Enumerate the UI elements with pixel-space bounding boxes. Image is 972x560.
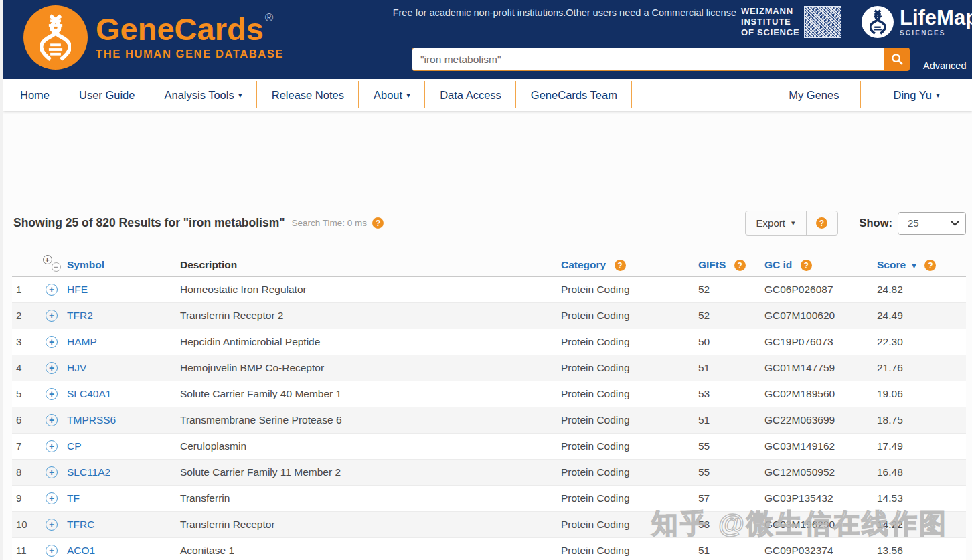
- gene-symbol-link[interactable]: CP: [67, 440, 82, 452]
- show-select-value: 25: [908, 217, 952, 229]
- genecards-logo[interactable]: GeneCards® THE HUMAN GENE DATABASE: [23, 5, 284, 70]
- column-header-symbol[interactable]: Symbol: [67, 259, 104, 270]
- expand-row-plus-icon[interactable]: +: [46, 284, 58, 296]
- row-number: 4: [12, 355, 36, 381]
- gene-gifts: 51: [698, 537, 764, 560]
- row-number: 1: [12, 276, 36, 302]
- gene-description: Transferrin: [180, 485, 561, 511]
- chevron-down-icon: ▾: [791, 219, 795, 227]
- export-button[interactable]: Export ▾: [746, 211, 807, 235]
- column-header-score[interactable]: Score: [877, 259, 906, 270]
- table-row: 7 + CP Ceruloplasmin Protein Coding 55 G…: [12, 433, 966, 459]
- help-icon[interactable]: ?: [372, 217, 384, 229]
- weizmann-logo[interactable]: WEIZMANN INSTITUTE OF SCIENCE: [741, 6, 841, 38]
- lifemap-dna-circle: [862, 6, 894, 38]
- nav-item-analysis-tools[interactable]: Analysis Tools ▾: [149, 79, 256, 111]
- nav-item-genecards-team[interactable]: GeneCards Team: [516, 79, 632, 111]
- gene-score: 17.49: [877, 433, 966, 459]
- gene-description: Transferrin Receptor 2: [180, 302, 561, 329]
- nav-item-home[interactable]: Home: [5, 79, 64, 111]
- gene-symbol-link[interactable]: SLC11A2: [67, 466, 110, 478]
- gene-gcid: GC01M147759: [764, 355, 877, 381]
- site-header: GeneCards® THE HUMAN GENE DATABASE Free …: [3, 0, 972, 79]
- nav-item-about[interactable]: About ▾: [359, 79, 425, 111]
- expand-row-plus-icon[interactable]: +: [46, 492, 58, 504]
- sort-descending-icon[interactable]: ▼: [910, 261, 918, 270]
- help-icon[interactable]: ?: [924, 260, 936, 271]
- table-row: 3 + HAMP Hepcidin Antimicrobial Peptide …: [12, 329, 966, 355]
- gene-gcid: GC02M189560: [764, 381, 877, 407]
- browser-edge-gutter: [0, 0, 3, 560]
- row-number: 9: [12, 485, 36, 511]
- expand-row-plus-icon[interactable]: +: [46, 466, 58, 478]
- export-help-button[interactable]: ?: [807, 211, 837, 235]
- main-navigation: Home User Guide Analysis Tools ▾ Release…: [3, 79, 972, 111]
- gene-symbol-link[interactable]: HAMP: [67, 336, 97, 347]
- show-select[interactable]: 25: [898, 212, 966, 235]
- user-menu[interactable]: Ding Yu ▾: [861, 79, 972, 111]
- gene-symbol-link[interactable]: ACO1: [67, 545, 95, 556]
- gene-symbol-link[interactable]: HFE: [67, 284, 88, 295]
- expand-row-plus-icon[interactable]: +: [46, 545, 58, 557]
- gene-category: Protein Coding: [561, 407, 698, 433]
- gene-description: Solute Carrier Family 11 Member 2: [180, 459, 561, 485]
- help-icon[interactable]: ?: [615, 260, 626, 271]
- advanced-search-link[interactable]: Advanced: [923, 60, 967, 71]
- gene-gifts: 52: [698, 276, 764, 302]
- column-header-gifts[interactable]: GIFtS: [698, 259, 726, 270]
- nav-item-my-genes[interactable]: My Genes: [766, 79, 861, 111]
- expand-collapse-all-button[interactable]: + −: [43, 255, 61, 272]
- gene-symbol-link[interactable]: SLC40A1: [67, 388, 111, 399]
- search-time: Search Time: 0 ms: [292, 218, 368, 228]
- gene-score: 18.75: [877, 407, 966, 433]
- gene-symbol-link[interactable]: TF: [67, 492, 80, 504]
- gene-description: Aconitase 1: [180, 537, 561, 560]
- nav-item-release-notes[interactable]: Release Notes: [257, 79, 359, 111]
- gene-symbol-link[interactable]: TMPRSS6: [67, 414, 116, 426]
- table-row: 2 + TFR2 Transferrin Receptor 2 Protein …: [12, 302, 966, 329]
- lifemap-logo[interactable]: LifeMap SCIENCES: [862, 6, 972, 38]
- gene-gcid: GC12M050952: [764, 459, 877, 485]
- table-row: 9 + TF Transferrin Protein Coding 57 GC0…: [12, 485, 966, 511]
- minus-icon: −: [52, 262, 61, 272]
- gene-score: 22.30: [877, 329, 966, 355]
- column-header-gcid[interactable]: GC id: [764, 259, 792, 270]
- column-header-category[interactable]: Category: [561, 259, 606, 270]
- gene-score: 14.22: [877, 511, 966, 537]
- license-notice: Free for academic non-profit institution…: [393, 7, 736, 18]
- help-icon[interactable]: ?: [734, 260, 746, 271]
- dna-icon: [40, 13, 71, 62]
- gene-description: Hepcidin Antimicrobial Peptide: [180, 329, 561, 355]
- gene-description: Transmembrane Serine Protease 6: [180, 407, 561, 433]
- table-row: 6 + TMPRSS6 Transmembrane Serine Proteas…: [12, 407, 966, 433]
- help-icon[interactable]: ?: [801, 260, 812, 271]
- gene-symbol-link[interactable]: HJV: [67, 362, 86, 373]
- gene-score: 24.82: [877, 276, 966, 302]
- expand-row-plus-icon[interactable]: +: [46, 336, 58, 348]
- search-input[interactable]: [412, 48, 884, 71]
- gene-gifts: 51: [698, 407, 764, 433]
- gene-gifts: 51: [698, 355, 764, 381]
- gene-gcid: GC03P135432: [764, 485, 877, 511]
- gene-category: Protein Coding: [561, 511, 698, 537]
- gene-symbol-link[interactable]: TFR2: [67, 310, 93, 321]
- nav-item-user-guide[interactable]: User Guide: [64, 79, 149, 111]
- expand-row-plus-icon[interactable]: +: [46, 362, 58, 374]
- expand-row-plus-icon[interactable]: +: [46, 519, 58, 531]
- expand-row-plus-icon[interactable]: +: [46, 388, 58, 400]
- gene-category: Protein Coding: [561, 329, 698, 355]
- gene-gcid: GC03M149162: [764, 433, 877, 459]
- search-button[interactable]: [884, 48, 910, 71]
- gene-score: 13.56: [877, 537, 966, 560]
- nav-item-data-access[interactable]: Data Access: [425, 79, 516, 111]
- expand-row-plus-icon[interactable]: +: [46, 440, 58, 452]
- expand-row-plus-icon[interactable]: +: [46, 414, 58, 426]
- commercial-license-link[interactable]: Commercial license: [651, 7, 736, 18]
- gene-gcid: GC03M196290: [764, 511, 877, 537]
- export-button-group: Export ▾ ?: [745, 211, 838, 236]
- results-heading: Showing 25 of 820 Results for "iron meta…: [13, 216, 285, 230]
- expand-row-plus-icon[interactable]: +: [46, 310, 58, 322]
- gene-symbol-link[interactable]: TFRC: [67, 519, 94, 530]
- nav-spacer: [632, 79, 766, 111]
- dna-logo-circle: [23, 5, 88, 70]
